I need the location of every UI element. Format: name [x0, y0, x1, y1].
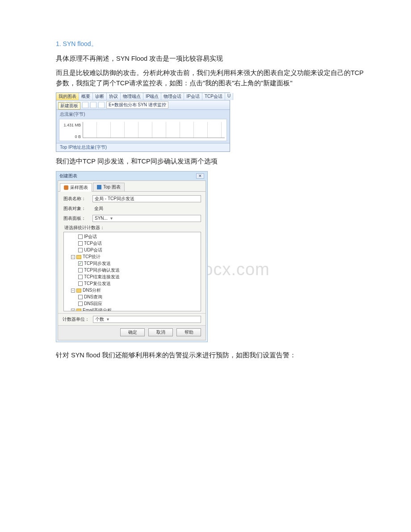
checkbox-icon[interactable] — [78, 261, 83, 266]
tab-more[interactable]: U — [225, 93, 233, 100]
new-panel-tooltip: 新建面板 — [58, 102, 80, 109]
tree-item[interactable]: UDP会话 — [66, 247, 199, 254]
value-target: 全局 — [92, 205, 201, 212]
chart-title: 总流量(字节) — [56, 110, 230, 119]
checkbox-icon[interactable] — [78, 295, 83, 299]
label-unit: 计数器单位： — [63, 316, 89, 323]
tree-item-dns-query[interactable]: DNS查询 — [66, 294, 199, 301]
paragraph-4: 针对 SYN flood 我们还能够利用科来的告警提示来进行预防，如图我们设置告… — [56, 350, 366, 360]
tab-ip-session[interactable]: IP会话 — [184, 93, 202, 100]
paragraph-3: 我们选中TCP 同步发送，和TCP同步确认发送两个选项 — [56, 156, 366, 166]
tree-item-tcp-fin[interactable]: TCP结束连接发送 — [66, 274, 199, 281]
checkbox-icon[interactable] — [78, 235, 83, 239]
expand-icon[interactable]: + — [71, 309, 75, 311]
tree-item[interactable]: IP会话 — [66, 234, 199, 240]
tab-tcp-session[interactable]: TCP会话 — [202, 93, 225, 100]
paragraph-1: 具体原理不再阐述，SYN Flood 攻击是一项比较容易实现 — [56, 54, 366, 63]
tree-group-tcp-stat[interactable]: −TCP统计 — [66, 254, 199, 260]
checkbox-icon[interactable] — [78, 275, 83, 279]
tab-summary[interactable]: 概要 — [79, 93, 93, 100]
label-chart-name: 图表名称： — [63, 196, 88, 202]
tab-bar: 我的图表 概要 诊断 协议 物理端点 IP端点 物理会话 IP会话 TCP会话 … — [56, 93, 230, 101]
screenshot-chart-panel: 我的图表 概要 诊断 协议 物理端点 IP端点 物理会话 IP会话 TCP会话 … — [56, 92, 230, 152]
select-unit[interactable]: 个数 — [93, 316, 201, 323]
tree-group-dns[interactable]: −DNS分析 — [66, 287, 199, 294]
tree-item-dns-resp[interactable]: DNS回应 — [66, 301, 199, 307]
sample-icon — [64, 185, 68, 190]
checkbox-icon[interactable] — [78, 302, 83, 306]
tab-phys-endpoint[interactable]: 物理端点 — [121, 93, 143, 100]
tool-icon[interactable] — [98, 102, 105, 108]
tool-icon[interactable] — [90, 102, 96, 108]
chart-grid — [83, 122, 225, 138]
tree-item[interactable]: TCP会话 — [66, 240, 199, 247]
checkbox-icon[interactable] — [78, 268, 83, 272]
label-select-counter: 请选择统计计数器： — [64, 225, 201, 231]
tree-group-email[interactable]: +Email高级分析 — [66, 307, 199, 311]
dialog-tabs: 采样图表 Top 图表 — [58, 181, 206, 192]
select-panel[interactable]: SYN... — [92, 215, 201, 222]
dialog-title: 创建图表 — [59, 173, 77, 179]
tab-top-chart[interactable]: Top 图表 — [93, 183, 125, 191]
cancel-button[interactable]: 取消 — [148, 328, 173, 336]
help-button[interactable]: 帮助 — [176, 328, 201, 336]
counter-tree[interactable]: IP会话 TCP会话 UDP会话 −TCP统计 TCP同步发送 TCP同步确认发… — [63, 232, 201, 311]
dialog-buttons: 确定 取消 帮助 — [58, 325, 206, 340]
tree-item-tcp-rst[interactable]: TCP复位发送 — [66, 281, 199, 287]
paragraph-2: 而且是比较难以防御的攻击。分析此种攻击前，我们先利用科来强大的图表自定义功能来设… — [56, 68, 366, 88]
dialog-form: 图表名称： 全局 - TCP同步发送 图表对象： 全局 图表面板： SYN...… — [58, 192, 206, 313]
collapse-icon[interactable]: − — [71, 255, 75, 259]
ok-button[interactable]: 确定 — [120, 328, 145, 336]
toolbar: E+数据包分布 SYN 请求监控 — [56, 101, 230, 110]
checkbox-icon[interactable] — [78, 241, 83, 246]
tree-item-tcp-syn[interactable]: TCP同步发送 — [66, 260, 199, 267]
checkbox-icon[interactable] — [78, 248, 83, 252]
y-axis-label: 1.431 MB — [63, 123, 81, 127]
collapse-icon[interactable]: − — [71, 289, 75, 293]
unit-row: 计数器单位： 个数 — [58, 313, 206, 325]
section-heading: 1. SYN flood。 — [56, 40, 366, 48]
folder-icon — [76, 255, 81, 259]
top-icon — [97, 185, 101, 189]
line-chart: 1.431 MB 0 B — [59, 119, 227, 141]
close-icon[interactable]: ✕ — [196, 173, 204, 179]
chart-footer: Top IP地址总流量(字节) — [56, 143, 230, 151]
tree-item-tcp-synack[interactable]: TCP同步确认发送 — [66, 267, 199, 274]
label-panel: 图表面板： — [63, 215, 88, 222]
input-chart-name[interactable]: 全局 - TCP同步发送 — [92, 195, 201, 202]
tab-ip-endpoint[interactable]: IP端点 — [143, 93, 161, 100]
checkbox-icon[interactable] — [78, 281, 83, 286]
folder-icon — [76, 289, 81, 293]
screenshot-create-chart-dialog: 创建图表 ✕ 采样图表 Top 图表 图表名称： 全局 - TCP同步发送 图表… — [56, 171, 208, 342]
tool-icon[interactable] — [82, 102, 88, 108]
tab-my-charts[interactable]: 我的图表 — [56, 93, 79, 100]
tab-sample-chart[interactable]: 采样图表 — [60, 183, 92, 192]
tab-phys-session[interactable]: 物理会话 — [161, 93, 184, 100]
y-axis-label: 0 B — [75, 134, 81, 139]
folder-icon — [76, 309, 81, 311]
tab-diagnosis[interactable]: 诊断 — [93, 93, 107, 100]
toolbar-label: E+数据包分布 SYN 请求监控 — [106, 101, 168, 109]
tab-protocol[interactable]: 协议 — [107, 93, 121, 100]
label-target: 图表对象： — [63, 205, 88, 212]
